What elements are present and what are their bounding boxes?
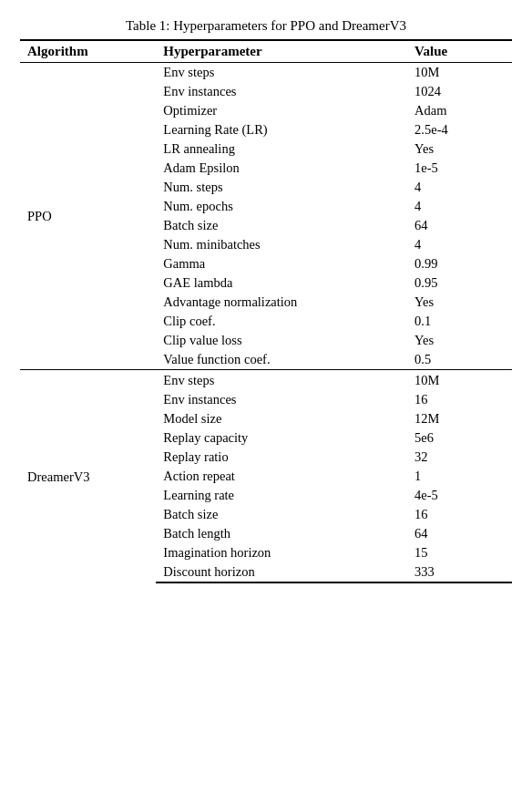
table-caption: Table 1: Hyperparameters for PPO and Dre… xyxy=(20,18,512,34)
value-cell: 64 xyxy=(407,216,512,235)
value-cell: 4 xyxy=(407,178,512,197)
col-header-hyperparameter: Hyperparameter xyxy=(156,40,407,63)
value-cell: Adam xyxy=(407,101,512,120)
hyperparameter-cell: Learning rate xyxy=(156,486,407,505)
value-cell: 10M xyxy=(407,370,512,391)
hyperparameter-cell: Discount horizon xyxy=(156,562,407,582)
value-cell: 0.5 xyxy=(407,350,512,370)
hyperparameter-cell: Action repeat xyxy=(156,467,407,486)
value-cell: Yes xyxy=(407,139,512,159)
algorithm-cell: DreamerV3 xyxy=(20,370,156,583)
hyperparameter-cell: Replay ratio xyxy=(156,448,407,467)
table-row: DreamerV3Env steps10M xyxy=(20,370,512,391)
value-cell: 333 xyxy=(407,562,512,582)
hyperparameter-cell: Imagination horizon xyxy=(156,543,407,562)
value-cell: 4e-5 xyxy=(407,486,512,505)
value-cell: 2.5e-4 xyxy=(407,120,512,139)
algorithm-cell: PPO xyxy=(20,63,156,370)
hyperparameter-cell: Replay capacity xyxy=(156,428,407,448)
col-header-value: Value xyxy=(407,40,512,63)
hyperparameter-cell: Gamma xyxy=(156,254,407,273)
value-cell: 0.99 xyxy=(407,254,512,273)
value-cell: Yes xyxy=(407,293,512,312)
value-cell: 12M xyxy=(407,409,512,428)
value-cell: 1 xyxy=(407,467,512,486)
hyperparameter-cell: Env instances xyxy=(156,82,407,101)
value-cell: 4 xyxy=(407,197,512,216)
hyperparameter-cell: Batch size xyxy=(156,505,407,524)
hyperparameter-cell: Clip coef. xyxy=(156,312,407,331)
value-cell: 16 xyxy=(407,505,512,524)
value-cell: 0.95 xyxy=(407,273,512,293)
value-cell: 10M xyxy=(407,63,512,83)
value-cell: 1e-5 xyxy=(407,159,512,178)
value-cell: Yes xyxy=(407,331,512,350)
table-header-row: Algorithm Hyperparameter Value xyxy=(20,40,512,63)
hyperparameter-cell: Env instances xyxy=(156,390,407,409)
hyperparameter-cell: Batch length xyxy=(156,524,407,543)
hyperparameter-cell: Env steps xyxy=(156,370,407,391)
table-container: Table 1: Hyperparameters for PPO and Dre… xyxy=(20,18,512,583)
value-cell: 1024 xyxy=(407,82,512,101)
hyperparameter-cell: Value function coef. xyxy=(156,350,407,370)
hyperparameter-cell: Num. minibatches xyxy=(156,235,407,254)
hyperparameter-cell: Advantage normalization xyxy=(156,293,407,312)
hyperparameter-cell: GAE lambda xyxy=(156,273,407,293)
value-cell: 5e6 xyxy=(407,428,512,448)
hyperparameter-cell: Batch size xyxy=(156,216,407,235)
hyperparameter-cell: Clip value loss xyxy=(156,331,407,350)
value-cell: 15 xyxy=(407,543,512,562)
hyperparameter-cell: Num. steps xyxy=(156,178,407,197)
hyperparameter-cell: Model size xyxy=(156,409,407,428)
value-cell: 0.1 xyxy=(407,312,512,331)
hyperparameter-table: Algorithm Hyperparameter Value PPOEnv st… xyxy=(20,39,512,583)
hyperparameter-cell: Optimizer xyxy=(156,101,407,120)
col-header-algorithm: Algorithm xyxy=(20,40,156,63)
value-cell: 16 xyxy=(407,390,512,409)
table-row: PPOEnv steps10M xyxy=(20,63,512,83)
value-cell: 64 xyxy=(407,524,512,543)
hyperparameter-cell: LR annealing xyxy=(156,139,407,159)
value-cell: 4 xyxy=(407,235,512,254)
hyperparameter-cell: Num. epochs xyxy=(156,197,407,216)
hyperparameter-cell: Adam Epsilon xyxy=(156,159,407,178)
value-cell: 32 xyxy=(407,448,512,467)
hyperparameter-cell: Env steps xyxy=(156,63,407,83)
hyperparameter-cell: Learning Rate (LR) xyxy=(156,120,407,139)
